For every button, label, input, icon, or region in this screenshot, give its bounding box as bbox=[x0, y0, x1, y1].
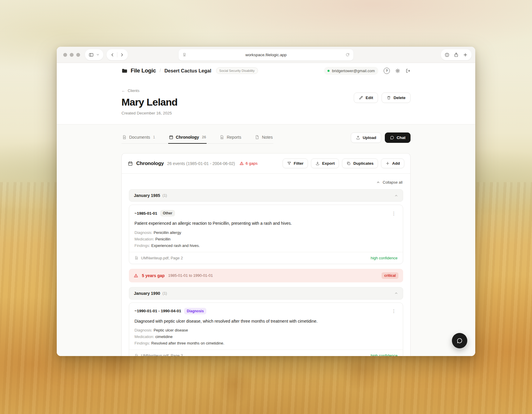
month-group-header[interactable]: January 1985 (1) bbox=[129, 189, 403, 202]
window-minimize-button[interactable] bbox=[70, 53, 74, 57]
workspace-type-badge: Social Security Disability bbox=[216, 67, 258, 74]
back-to-clients-link[interactable]: ← Clients bbox=[121, 88, 140, 93]
kebab-menu-icon[interactable]: ⋮ bbox=[390, 211, 398, 216]
event-type-badge: Other bbox=[160, 210, 175, 216]
window-controls bbox=[63, 53, 80, 57]
upload-icon bbox=[356, 135, 360, 140]
app-page: File Logic / Desert Cactus Legal Social … bbox=[57, 63, 475, 356]
page-title: Mary Leland bbox=[121, 96, 178, 108]
edit-button[interactable]: Edit bbox=[354, 93, 378, 103]
browser-window: workspace.filelogic.app File Logic / Des… bbox=[57, 47, 475, 356]
sidebar-toggle-icon[interactable] bbox=[89, 52, 94, 57]
copy-icon bbox=[346, 161, 351, 166]
reload-icon[interactable] bbox=[346, 53, 350, 57]
chevron-down-icon[interactable] bbox=[96, 53, 100, 56]
timeline: Collapse all January 1985 (1) ~1985-01-0… bbox=[122, 174, 410, 356]
window-zoom-button[interactable] bbox=[76, 53, 80, 57]
export-button[interactable]: Export bbox=[311, 159, 339, 168]
browser-toolbar: workspace.filelogic.app bbox=[57, 47, 475, 63]
chevron-up-icon bbox=[376, 180, 380, 184]
kebab-menu-icon[interactable]: ⋮ bbox=[390, 308, 398, 314]
tab-notes[interactable]: Notes bbox=[254, 132, 273, 143]
sidebar-control-group bbox=[85, 49, 103, 60]
tab-reports[interactable]: Reports bbox=[219, 132, 242, 143]
header-actions: bridgertower@gmail.com ? bbox=[324, 67, 411, 75]
report-icon bbox=[220, 135, 224, 140]
filter-button[interactable]: Filter bbox=[283, 159, 308, 168]
new-tab-icon[interactable] bbox=[463, 52, 468, 57]
online-status-dot bbox=[327, 70, 330, 72]
note-icon bbox=[255, 135, 259, 140]
divider bbox=[117, 52, 117, 57]
logout-icon[interactable] bbox=[406, 68, 411, 73]
document-icon bbox=[122, 135, 127, 140]
nav-control-group bbox=[106, 49, 128, 60]
tab-strip: Documents 1 Chronology 26 Reports N bbox=[121, 132, 273, 144]
event-summary: Patient experienced an allergic reaction… bbox=[134, 221, 398, 227]
download-icon bbox=[315, 161, 320, 166]
created-date: Created December 16, 2025 bbox=[121, 111, 178, 115]
content-region: Documents 1 Chronology 26 Reports N bbox=[57, 124, 475, 356]
tab-count: 26 bbox=[202, 135, 206, 139]
address-bar[interactable]: workspace.filelogic.app bbox=[179, 49, 353, 61]
month-group-header[interactable]: January 1990 (1) bbox=[129, 287, 403, 300]
collapse-all-button[interactable]: Collapse all bbox=[376, 180, 403, 185]
chevron-up-icon bbox=[394, 194, 398, 198]
forward-icon[interactable] bbox=[120, 53, 124, 57]
window-close-button[interactable] bbox=[63, 53, 67, 57]
event-field-findings: Findings:Experienced rash and hives. bbox=[134, 243, 398, 248]
document-icon bbox=[134, 256, 139, 260]
gear-icon[interactable] bbox=[395, 68, 400, 73]
folder-logo-icon bbox=[121, 68, 128, 74]
breadcrumb-separator: / bbox=[160, 68, 161, 73]
chronology-panel: Chronology 26 events (1985-01-01 - 2004-… bbox=[121, 153, 411, 356]
gap-range: 1985-01-01 to 1990-01-01 bbox=[168, 273, 213, 278]
app-logo-text[interactable]: File Logic bbox=[131, 67, 156, 74]
chat-bubble-icon bbox=[456, 337, 463, 344]
chat-fab-button[interactable] bbox=[452, 333, 467, 348]
help-icon[interactable]: ? bbox=[384, 68, 390, 74]
add-button[interactable]: Add bbox=[381, 159, 404, 168]
panel-title: Chronology bbox=[136, 161, 164, 166]
source-document-link[interactable]: UMNwriteup.pdf, Page 2 bbox=[134, 353, 183, 356]
pencil-icon bbox=[359, 96, 363, 100]
reader-view-icon[interactable] bbox=[182, 53, 186, 57]
chat-bubble-icon bbox=[390, 135, 394, 140]
funnel-icon bbox=[287, 161, 291, 166]
workspace-name[interactable]: Desert Cactus Legal bbox=[164, 68, 211, 74]
duplicates-button[interactable]: Duplicates bbox=[342, 159, 378, 168]
calendar-icon bbox=[128, 161, 133, 166]
app-header: File Logic / Desert Cactus Legal Social … bbox=[121, 63, 411, 78]
chronology-panel-header: Chronology 26 events (1985-01-01 - 2004-… bbox=[122, 153, 410, 174]
back-icon[interactable] bbox=[110, 53, 115, 57]
info-icon[interactable] bbox=[445, 52, 450, 57]
share-icon[interactable] bbox=[454, 52, 459, 57]
event-field-findings: Findings:Resolved after three months on … bbox=[134, 341, 398, 345]
upload-button[interactable]: Upload bbox=[351, 132, 381, 143]
gap-alert: 5 years gap 1985-01-01 to 1990-01-01 cri… bbox=[129, 269, 403, 282]
event-field-diagnosis: Diagnosis:Penicillin allergy bbox=[134, 230, 398, 235]
tab-actions: Upload Chat bbox=[351, 132, 411, 143]
event-card: ~1990-01-01 - 1990-04-01 Diagnosis ⋮ Dia… bbox=[129, 303, 403, 356]
page-head-section: ← Clients Mary Leland Created December 1… bbox=[57, 78, 475, 124]
back-arrow-icon: ← bbox=[121, 88, 125, 93]
warning-triangle-icon bbox=[134, 273, 138, 278]
chat-button[interactable]: Chat bbox=[385, 132, 411, 143]
gaps-indicator[interactable]: 6 gaps bbox=[239, 161, 258, 166]
tab-documents[interactable]: Documents 1 bbox=[121, 132, 156, 143]
tab-count: 1 bbox=[153, 135, 155, 139]
page-actions: Edit Delete bbox=[354, 93, 411, 115]
breadcrumb: File Logic / Desert Cactus Legal Social … bbox=[121, 67, 258, 74]
delete-button[interactable]: Delete bbox=[382, 93, 411, 103]
event-card: ~1985-01-01 Other ⋮ Patient experienced … bbox=[129, 205, 403, 264]
event-date: ~1990-01-01 - 1990-04-01 bbox=[134, 309, 181, 313]
event-field-medication: Medication:cimetidine bbox=[134, 334, 398, 339]
account-email: bridgertower@gmail.com bbox=[332, 69, 375, 73]
gap-title: 5 years gap bbox=[142, 273, 165, 278]
tab-chronology[interactable]: Chronology 26 bbox=[168, 132, 207, 143]
source-document-link[interactable]: UMNwriteup.pdf, Page 2 bbox=[134, 256, 183, 260]
account-pill[interactable]: bridgertower@gmail.com bbox=[324, 67, 378, 75]
gap-severity-badge: critical bbox=[382, 272, 398, 279]
tabs-row: Documents 1 Chronology 26 Reports N bbox=[121, 132, 411, 144]
document-icon bbox=[134, 354, 139, 356]
